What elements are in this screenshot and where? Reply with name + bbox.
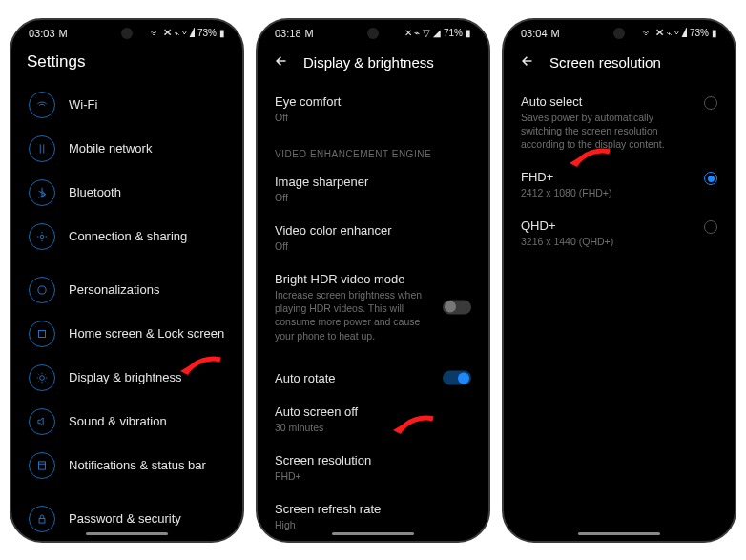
svg-rect-2 [39, 330, 46, 337]
resolution-list[interactable]: Auto select Saves power by automatically… [504, 85, 735, 541]
sound-icon [29, 408, 55, 435]
svg-point-1 [38, 285, 46, 293]
row-sub: FHD+ [275, 469, 442, 483]
icons-cluster: ᯤ ✕ ⌁ ▽ ◢ [643, 28, 687, 38]
sim-icon [29, 135, 55, 162]
section-header: VIDEO ENHANCEMENT ENGINE [258, 134, 488, 165]
row-label: FHD+ [521, 170, 717, 184]
item-label: Sound & vibration [69, 414, 167, 428]
row-label: Bright HDR video mode [275, 272, 471, 286]
row-label: Eye comfort [275, 94, 471, 109]
row-sub: Increase screen brightness when playing … [275, 288, 442, 342]
camera-notch [121, 28, 133, 39]
gesture-bar[interactable] [332, 532, 414, 535]
row-sub: Off [275, 239, 442, 253]
row-qhd[interactable]: QHD+ 3216 x 1440 (QHD+) [504, 209, 735, 258]
row-label: Auto screen off [275, 404, 471, 419]
row-sub: 3216 x 1440 (QHD+) [521, 235, 688, 248]
wifi-icon [29, 92, 55, 118]
page-header: Settings [11, 43, 242, 83]
gmail-icon: M [551, 28, 560, 39]
toggle-hdr[interactable] [443, 300, 471, 314]
row-sub: Saves power by automatically switching t… [521, 111, 688, 152]
row-video-color[interactable]: Video color enhancer Off [258, 214, 488, 262]
row-auto-rotate[interactable]: Auto rotate [258, 362, 488, 395]
row-label: Screen refresh rate [275, 502, 471, 516]
battery-icon: ▮ [466, 28, 471, 38]
row-sub: Off [275, 111, 442, 124]
settings-item-wifi[interactable]: Wi-Fi [11, 83, 242, 127]
battery-icon: ▮ [712, 28, 717, 38]
row-hdr-video[interactable]: Bright HDR video mode Increase screen br… [258, 262, 488, 352]
row-image-sharpener[interactable]: Image sharpener Off [258, 165, 488, 214]
phone-3-resolution: 03:04 M ᯤ ✕ ⌁ ▽ ◢ 73% ▮ Screen resolutio… [502, 18, 736, 543]
row-label: Video color enhancer [275, 223, 471, 238]
camera-notch [613, 28, 625, 39]
phone-1-settings: 03:03 M ᯤ ✕ ⌁ ▽ ◢ 73% ▮ Settings Wi-Fi M… [10, 18, 244, 543]
settings-item-home[interactable]: Home screen & Lock screen [11, 312, 242, 356]
item-label: Connection & sharing [69, 229, 187, 243]
svg-point-3 [40, 375, 45, 380]
display-list[interactable]: Eye comfort Off VIDEO ENHANCEMENT ENGINE… [258, 85, 488, 541]
share-icon [29, 223, 55, 250]
settings-list[interactable]: Wi-Fi Mobile network Bluetooth Connectio… [11, 83, 242, 541]
icons-cluster: ✕ ⌁ ▽ ◢ [404, 28, 441, 38]
settings-item-connection[interactable]: Connection & sharing [11, 215, 242, 259]
back-button[interactable] [519, 52, 536, 73]
item-label: Bluetooth [69, 185, 121, 199]
icons-cluster: ᯤ ✕ ⌁ ▽ ◢ [151, 28, 195, 38]
camera-notch [367, 28, 379, 39]
gmail-icon: M [305, 28, 314, 39]
row-screen-resolution[interactable]: Screen resolution FHD+ [258, 444, 488, 492]
row-sub: 2412 x 1080 (FHD+) [521, 186, 688, 199]
svg-rect-4 [39, 461, 46, 468]
row-auto-screen-off[interactable]: Auto screen off 30 minutes [258, 395, 488, 444]
settings-item-display[interactable]: Display & brightness [11, 356, 242, 400]
row-sub: High [275, 518, 442, 531]
status-time: 03:18 [275, 28, 301, 39]
item-label: Display & brightness [69, 370, 182, 384]
palette-icon [29, 277, 55, 303]
row-label: QHD+ [521, 218, 717, 233]
back-button[interactable] [273, 52, 290, 73]
status-time: 03:03 [29, 28, 55, 39]
gmail-icon: M [59, 28, 68, 39]
brightness-icon [29, 364, 55, 391]
battery-pct: 71% [444, 28, 463, 38]
row-label: Image sharpener [275, 175, 471, 189]
home-icon [29, 321, 55, 347]
item-label: Mobile network [69, 141, 152, 156]
notification-icon [29, 452, 55, 479]
battery-pct: 73% [690, 28, 709, 38]
battery-pct: 73% [197, 28, 217, 38]
item-label: Password & security [69, 511, 181, 526]
radio-fhd[interactable] [704, 172, 717, 185]
page-header: Display & brightness [258, 43, 488, 85]
item-label: Notifications & status bar [69, 458, 206, 472]
bluetooth-icon [29, 179, 55, 206]
page-header: Screen resolution [504, 43, 735, 85]
toggle-rotate[interactable] [443, 371, 471, 385]
item-label: Home screen & Lock screen [69, 326, 224, 341]
settings-item-personal[interactable]: Personalizations [11, 268, 242, 312]
settings-item-notif[interactable]: Notifications & status bar [11, 444, 242, 487]
row-label: Screen resolution [275, 453, 471, 467]
battery-icon: ▮ [219, 28, 225, 38]
row-sub: Off [275, 191, 442, 204]
row-fhd[interactable]: FHD+ 2412 x 1080 (FHD+) [504, 160, 735, 209]
row-auto-select[interactable]: Auto select Saves power by automatically… [504, 85, 735, 161]
page-title: Screen resolution [549, 54, 661, 71]
page-title: Settings [27, 52, 85, 72]
gesture-bar[interactable] [578, 532, 660, 535]
settings-item-mobile[interactable]: Mobile network [11, 127, 242, 171]
item-label: Personalizations [69, 282, 159, 297]
settings-item-bluetooth[interactable]: Bluetooth [11, 171, 242, 215]
row-sub: 30 minutes [275, 421, 442, 434]
settings-item-sound[interactable]: Sound & vibration [11, 400, 242, 444]
item-label: Wi-Fi [69, 97, 97, 112]
phone-2-display: 03:18 M ✕ ⌁ ▽ ◢ 71% ▮ Display & brightne… [256, 18, 490, 543]
row-eye-comfort[interactable]: Eye comfort Off [258, 85, 488, 134]
radio-auto[interactable] [704, 96, 717, 110]
gesture-bar[interactable] [86, 532, 168, 535]
status-time: 03:04 [521, 28, 548, 39]
